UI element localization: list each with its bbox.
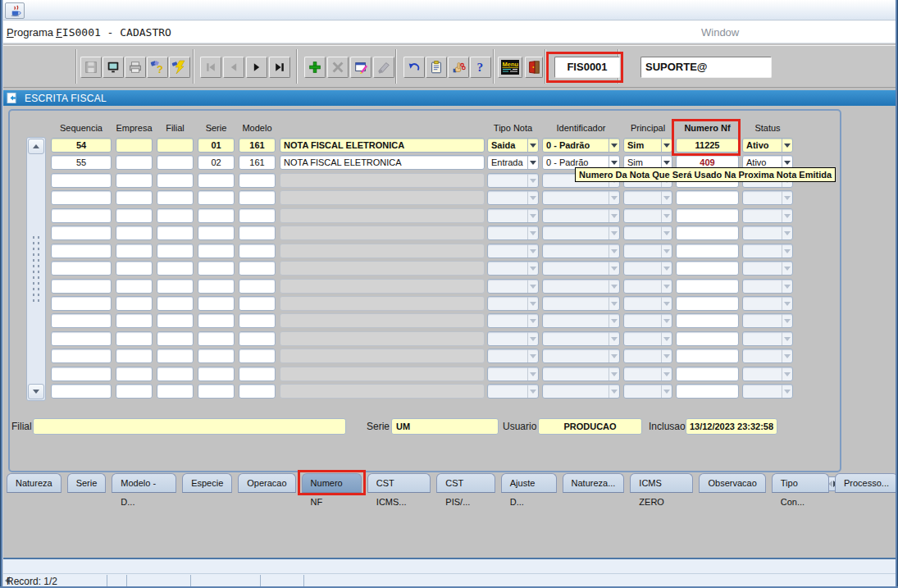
cell-descricao[interactable] (280, 226, 485, 240)
cell-sequencia[interactable] (51, 296, 112, 311)
tab-processo[interactable]: Processo... (835, 473, 898, 493)
cell-identificador[interactable] (542, 190, 620, 205)
cell-numero-nf[interactable] (676, 367, 739, 381)
cell-empresa[interactable] (116, 296, 153, 311)
cell-identificador[interactable] (542, 261, 620, 276)
cell-serie[interactable]: 02 (198, 155, 235, 170)
cell-serie[interactable] (198, 226, 235, 240)
cell-serie[interactable] (198, 331, 235, 346)
cell-principal[interactable] (623, 331, 672, 346)
menu-button[interactable]: Menu (498, 57, 522, 78)
cell-descricao[interactable] (280, 190, 485, 205)
cell-numero-nf[interactable] (676, 296, 739, 311)
cell-status[interactable] (742, 279, 793, 294)
cell-numero-nf[interactable] (676, 279, 739, 294)
screen-button[interactable] (103, 57, 124, 78)
cell-serie[interactable] (198, 313, 235, 328)
cell-filial[interactable] (157, 367, 194, 381)
menu-programa[interactable]: Programa (7, 26, 53, 39)
cell-status[interactable] (742, 244, 793, 258)
cell-modelo[interactable] (239, 190, 276, 205)
cell-tipo-nota[interactable] (487, 349, 539, 363)
user-field[interactable]: SUPORTE@ (640, 57, 772, 78)
cell-identificador[interactable]: 0 - Padrão (542, 138, 620, 153)
cell-serie[interactable] (198, 244, 235, 258)
cell-tipo-nota[interactable] (487, 208, 539, 223)
serie-field[interactable]: UM (391, 418, 499, 435)
cell-serie[interactable]: 01 (198, 138, 235, 153)
tab-operacao[interactable]: Operacao (238, 473, 295, 493)
cell-principal[interactable]: Sim (623, 138, 672, 153)
cell-sequencia[interactable] (51, 331, 112, 346)
cell-tipo-nota[interactable]: Entrada (487, 155, 539, 170)
cell-modelo[interactable]: 161 (239, 138, 276, 153)
cell-tipo-nota[interactable] (487, 313, 539, 328)
cell-principal[interactable] (623, 296, 672, 311)
cell-filial[interactable] (157, 208, 194, 223)
filial-field[interactable] (33, 418, 346, 435)
cell-descricao[interactable] (280, 173, 485, 188)
cell-identificador[interactable] (542, 331, 620, 346)
cell-serie[interactable] (198, 349, 235, 363)
cell-status[interactable] (742, 313, 793, 328)
cell-empresa[interactable] (116, 226, 153, 240)
cell-principal[interactable] (623, 384, 672, 399)
tab-tipo-con[interactable]: Tipo Con... (772, 473, 829, 493)
first-record-button[interactable] (200, 57, 221, 78)
exit-button[interactable] (525, 57, 543, 78)
inclusao-field[interactable]: 13/12/2023 23:32:58 (686, 418, 777, 435)
cell-empresa[interactable] (116, 367, 153, 381)
scroll-up-icon[interactable] (28, 139, 44, 154)
cell-modelo[interactable] (239, 384, 276, 399)
cell-sequencia[interactable] (51, 367, 112, 381)
tab-cst-icms[interactable]: CST ICMS... (367, 473, 431, 493)
cell-empresa[interactable] (116, 279, 153, 294)
cell-modelo[interactable] (239, 331, 276, 346)
cell-descricao[interactable] (280, 261, 485, 276)
menu-window[interactable]: Window (701, 26, 739, 39)
cell-sequencia[interactable]: 55 (51, 155, 112, 170)
program-code-field[interactable]: FIS0001 (554, 57, 620, 78)
cell-sequencia[interactable] (51, 173, 112, 188)
cell-empresa[interactable] (116, 208, 153, 223)
cell-empresa[interactable] (116, 331, 153, 346)
cell-filial[interactable] (157, 349, 194, 363)
cell-descricao[interactable] (280, 279, 485, 294)
cell-modelo[interactable]: 161 (239, 155, 276, 170)
dropdown-arrow-icon[interactable] (527, 156, 538, 169)
cell-serie[interactable] (198, 173, 235, 188)
cell-modelo[interactable] (239, 367, 276, 381)
usuario-field[interactable]: PRODUCAO (538, 418, 642, 435)
cell-numero-nf[interactable]: 11225 (676, 138, 739, 153)
cell-filial[interactable] (157, 155, 194, 170)
tab-cst-pis[interactable]: CST PIS/... (436, 473, 495, 493)
cell-tipo-nota[interactable] (487, 279, 539, 294)
cell-identificador[interactable] (542, 296, 620, 311)
last-record-button[interactable] (269, 57, 290, 78)
cell-sequencia[interactable] (51, 208, 112, 223)
cell-serie[interactable] (198, 208, 235, 223)
menu-program-title[interactable]: FIS0001 - CADASTRO (56, 26, 171, 39)
tab-natureza[interactable]: Natureza (7, 473, 62, 493)
cell-tipo-nota[interactable] (487, 296, 539, 311)
cell-serie[interactable] (198, 279, 235, 294)
cell-modelo[interactable] (239, 208, 276, 223)
cell-descricao[interactable] (280, 244, 485, 258)
cell-numero-nf[interactable] (676, 244, 739, 258)
cell-status[interactable] (742, 190, 793, 205)
cell-tipo-nota[interactable] (487, 367, 539, 381)
cell-modelo[interactable] (239, 313, 276, 328)
cell-filial[interactable] (157, 173, 194, 188)
cell-numero-nf[interactable] (676, 349, 739, 363)
cell-empresa[interactable] (116, 349, 153, 363)
cell-filial[interactable] (157, 331, 194, 346)
cell-numero-nf[interactable] (676, 331, 739, 346)
dropdown-arrow-icon[interactable] (609, 139, 619, 152)
cell-tipo-nota[interactable] (487, 190, 539, 205)
cell-status[interactable] (742, 226, 793, 240)
cell-numero-nf[interactable] (676, 313, 739, 328)
cell-empresa[interactable] (116, 244, 153, 258)
save-button[interactable] (80, 57, 102, 78)
cell-tipo-nota[interactable]: Saida (487, 138, 539, 153)
tab-especie[interactable]: Especie (182, 473, 232, 493)
